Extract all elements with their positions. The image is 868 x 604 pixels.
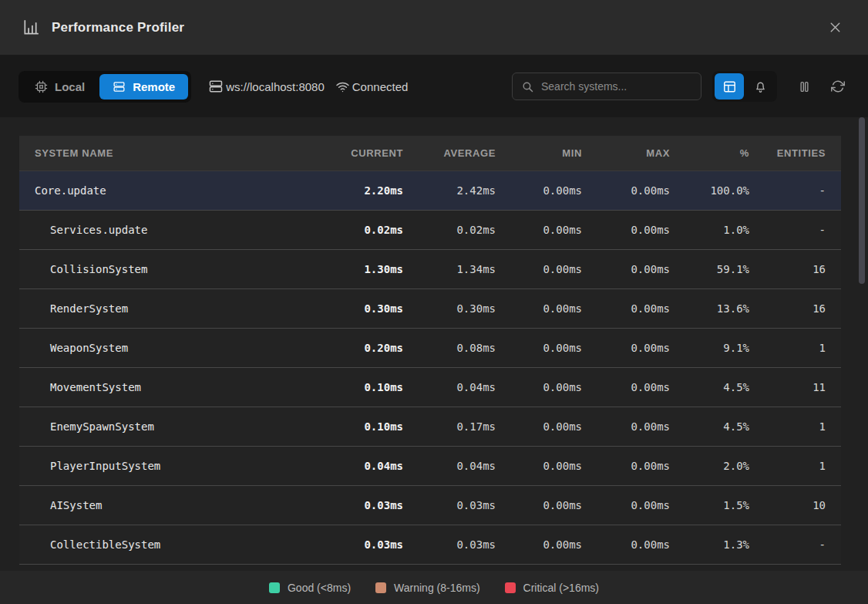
column-header-min[interactable]: MIN <box>496 147 582 159</box>
cell-max: 0.00ms <box>582 342 670 354</box>
page-title: Performance Profiler <box>52 20 184 35</box>
column-header-system-name[interactable]: SYSTEM NAME <box>35 147 315 159</box>
cell-percent: 9.1% <box>670 342 749 354</box>
table-row[interactable]: WeaponSystem 0.20ms 0.08ms 0.00ms 0.00ms… <box>19 329 841 368</box>
cell-system-name: CollisionSystem <box>35 263 315 275</box>
column-header-average[interactable]: AVERAGE <box>403 147 496 159</box>
legend-item: Good (<8ms) <box>269 582 351 594</box>
cell-min: 0.00ms <box>496 460 582 472</box>
cell-average: 0.30ms <box>403 302 496 315</box>
legend-item: Warning (8-16ms) <box>375 582 480 594</box>
mode-toggle: Local Remote <box>19 71 191 103</box>
server-icon <box>113 80 126 93</box>
cell-entities: 1 <box>749 420 826 433</box>
performance-profiler-window: Performance Profiler Local <box>0 0 868 565</box>
cell-min: 0.00ms <box>496 538 582 551</box>
connection-status-label: Connected <box>352 80 409 93</box>
cell-min: 0.00ms <box>496 224 582 236</box>
server-icon <box>208 79 224 94</box>
wifi-icon <box>335 79 350 94</box>
legend: Good (<8ms) Warning (8-16ms) Critical (>… <box>0 571 868 604</box>
cell-entities: - <box>749 184 826 197</box>
cell-percent: 1.0% <box>670 224 749 236</box>
cell-min: 0.00ms <box>496 420 582 433</box>
search-input[interactable] <box>541 80 692 93</box>
cell-percent: 1.5% <box>670 499 749 511</box>
legend-label: Good (<8ms) <box>288 582 351 594</box>
cell-max: 0.00ms <box>582 381 670 393</box>
table-row[interactable]: MovementSystem 0.10ms 0.04ms 0.00ms 0.00… <box>19 368 841 407</box>
close-button[interactable] <box>824 16 846 39</box>
table-row[interactable]: Services.update 0.02ms 0.02ms 0.00ms 0.0… <box>19 211 841 250</box>
cell-min: 0.00ms <box>496 302 582 315</box>
cell-system-name: MovementSystem <box>35 381 315 393</box>
column-header-percent[interactable]: % <box>670 147 749 159</box>
remote-mode-button[interactable]: Remote <box>99 74 188 100</box>
table-header-row: SYSTEM NAME CURRENT AVERAGE MIN MAX % EN… <box>19 136 841 171</box>
cell-percent: 59.1% <box>670 263 749 275</box>
cell-min: 0.00ms <box>496 263 582 275</box>
cell-entities: - <box>749 538 826 551</box>
table-row[interactable]: EnemySpawnSystem 0.10ms 0.17ms 0.00ms 0.… <box>19 407 841 447</box>
legend-swatch <box>505 582 516 593</box>
cell-average: 0.08ms <box>403 342 496 354</box>
cell-min: 0.00ms <box>496 184 582 197</box>
cell-entities: 1 <box>749 342 826 354</box>
cell-max: 0.00ms <box>582 420 670 433</box>
cell-current: 0.02ms <box>315 224 403 236</box>
table-row[interactable]: CollectibleSystem 0.03ms 0.03ms 0.00ms 0… <box>19 525 841 565</box>
pause-button[interactable] <box>792 75 816 98</box>
cell-min: 0.00ms <box>496 342 582 354</box>
table-row[interactable]: CollisionSystem 1.30ms 1.34ms 0.00ms 0.0… <box>19 250 841 289</box>
connection-url: ws://localhost:8080 <box>226 80 325 93</box>
table-row[interactable]: AISystem 0.03ms 0.03ms 0.00ms 0.00ms 1.5… <box>19 486 841 525</box>
cell-average: 0.02ms <box>403 224 496 236</box>
bar-chart-icon <box>22 19 39 36</box>
cell-min: 0.00ms <box>496 381 582 393</box>
cell-entities: - <box>749 224 826 236</box>
cell-current: 0.03ms <box>315 499 403 511</box>
table-view-button[interactable] <box>715 73 744 100</box>
cell-percent: 2.0% <box>670 460 749 472</box>
search-box <box>512 73 701 100</box>
cell-average: 0.04ms <box>403 381 496 393</box>
column-header-current[interactable]: CURRENT <box>315 147 403 159</box>
legend-swatch <box>375 582 386 593</box>
cpu-icon <box>35 80 48 93</box>
table-row[interactable]: Core.update 2.20ms 2.42ms 0.00ms 0.00ms … <box>19 171 841 211</box>
table-body: Core.update 2.20ms 2.42ms 0.00ms 0.00ms … <box>19 171 841 565</box>
local-mode-button[interactable]: Local <box>22 74 98 100</box>
toolbar: Local Remote <box>0 56 868 117</box>
local-mode-label: Local <box>55 80 85 93</box>
column-header-max[interactable]: MAX <box>582 147 670 159</box>
cell-system-name: CollectibleSystem <box>35 538 315 551</box>
cell-entities: 16 <box>749 263 826 275</box>
cell-percent: 4.5% <box>670 381 749 393</box>
search-icon <box>521 80 534 93</box>
pause-icon <box>797 79 812 94</box>
scrollbar-thumb[interactable] <box>859 117 865 284</box>
table-row[interactable]: RenderSystem 0.30ms 0.30ms 0.00ms 0.00ms… <box>19 289 841 329</box>
table-row[interactable]: PlayerInputSystem 0.04ms 0.04ms 0.00ms 0… <box>19 447 841 486</box>
cell-current: 0.30ms <box>315 302 403 315</box>
cell-max: 0.00ms <box>582 460 670 472</box>
systems-table: SYSTEM NAME CURRENT AVERAGE MIN MAX % EN… <box>0 117 868 565</box>
cell-current: 1.30ms <box>315 263 403 275</box>
cell-entities: 11 <box>749 381 826 393</box>
refresh-icon <box>831 79 845 93</box>
cell-system-name: AISystem <box>35 499 315 511</box>
cell-current: 0.10ms <box>315 420 403 433</box>
refresh-button[interactable] <box>826 75 849 98</box>
window-header: Performance Profiler <box>0 0 868 56</box>
cell-max: 0.00ms <box>582 538 670 551</box>
cell-entities: 10 <box>749 499 826 511</box>
cell-system-name: RenderSystem <box>35 302 315 315</box>
cell-max: 0.00ms <box>582 184 670 197</box>
alerts-button[interactable] <box>745 73 775 100</box>
column-header-entities[interactable]: ENTITIES <box>749 147 826 159</box>
cell-percent: 100.0% <box>670 184 749 197</box>
cell-entities: 16 <box>749 302 826 315</box>
cell-average: 0.17ms <box>403 420 496 433</box>
cell-percent: 13.6% <box>670 302 749 315</box>
legend-label: Warning (8-16ms) <box>394 582 480 594</box>
